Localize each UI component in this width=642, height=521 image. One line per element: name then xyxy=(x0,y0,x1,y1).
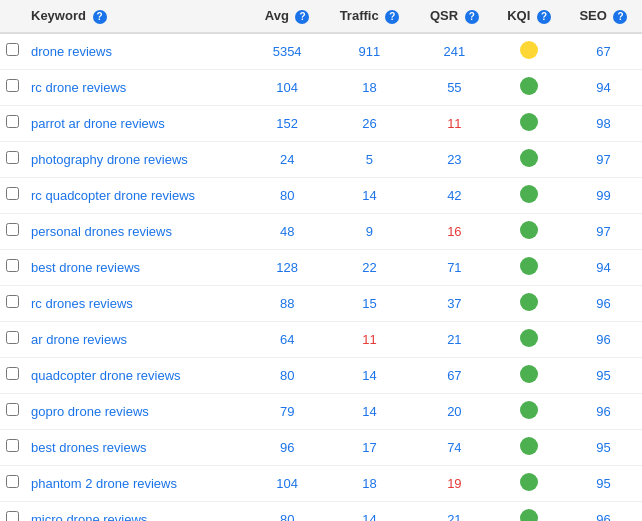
table-row: micro drone reviews80142196 xyxy=(0,501,642,521)
table-row: rc drones reviews88153796 xyxy=(0,285,642,321)
table-row: personal drones reviews4891697 xyxy=(0,213,642,249)
row-checkbox[interactable] xyxy=(6,295,19,308)
row-checkbox[interactable] xyxy=(6,79,19,92)
row-checkbox[interactable] xyxy=(6,115,19,128)
avg-cell: 64 xyxy=(251,321,324,357)
kqi-dot xyxy=(520,473,538,491)
qsr-cell: 23 xyxy=(415,141,493,177)
traffic-cell: 15 xyxy=(324,285,416,321)
avg-cell: 128 xyxy=(251,249,324,285)
traffic-cell: 14 xyxy=(324,393,416,429)
seo-cell: 95 xyxy=(565,465,642,501)
avg-cell: 80 xyxy=(251,501,324,521)
qsr-header-label: QSR xyxy=(430,8,458,23)
kqi-cell xyxy=(493,177,565,213)
qsr-cell: 21 xyxy=(415,501,493,521)
avg-cell: 88 xyxy=(251,285,324,321)
row-checkbox[interactable] xyxy=(6,187,19,200)
table-row: photography drone reviews2452397 xyxy=(0,141,642,177)
seo-cell: 67 xyxy=(565,33,642,70)
seo-cell: 97 xyxy=(565,141,642,177)
seo-cell: 94 xyxy=(565,69,642,105)
qsr-info-icon[interactable]: ? xyxy=(465,10,479,24)
kqi-cell xyxy=(493,465,565,501)
qsr-cell: 71 xyxy=(415,249,493,285)
traffic-header: Traffic ? xyxy=(324,0,416,33)
keyword-info-icon[interactable]: ? xyxy=(93,10,107,24)
kqi-cell xyxy=(493,105,565,141)
avg-cell: 48 xyxy=(251,213,324,249)
keyword-cell: rc drones reviews xyxy=(25,285,251,321)
row-checkbox[interactable] xyxy=(6,475,19,488)
seo-cell: 95 xyxy=(565,429,642,465)
kqi-cell xyxy=(493,285,565,321)
kqi-cell xyxy=(493,69,565,105)
qsr-cell: 11 xyxy=(415,105,493,141)
keyword-cell: ar drone reviews xyxy=(25,321,251,357)
keyword-cell: personal drones reviews xyxy=(25,213,251,249)
qsr-cell: 16 xyxy=(415,213,493,249)
traffic-header-label: Traffic xyxy=(340,8,379,23)
kqi-cell xyxy=(493,33,565,70)
table-row: quadcopter drone reviews80146795 xyxy=(0,357,642,393)
kqi-cell xyxy=(493,357,565,393)
kqi-header: KQI ? xyxy=(493,0,565,33)
row-checkbox[interactable] xyxy=(6,511,19,521)
row-checkbox[interactable] xyxy=(6,223,19,236)
kqi-info-icon[interactable]: ? xyxy=(537,10,551,24)
kqi-cell xyxy=(493,501,565,521)
qsr-cell: 74 xyxy=(415,429,493,465)
traffic-cell: 26 xyxy=(324,105,416,141)
traffic-cell: 18 xyxy=(324,69,416,105)
traffic-cell: 911 xyxy=(324,33,416,70)
keyword-cell: quadcopter drone reviews xyxy=(25,357,251,393)
avg-info-icon[interactable]: ? xyxy=(295,10,309,24)
avg-cell: 24 xyxy=(251,141,324,177)
kqi-dot xyxy=(520,257,538,275)
kqi-dot xyxy=(520,113,538,131)
keyword-header: Keyword ? xyxy=(25,0,251,33)
qsr-cell: 20 xyxy=(415,393,493,429)
kqi-cell xyxy=(493,213,565,249)
row-checkbox[interactable] xyxy=(6,403,19,416)
traffic-cell: 22 xyxy=(324,249,416,285)
keyword-cell: gopro drone reviews xyxy=(25,393,251,429)
seo-info-icon[interactable]: ? xyxy=(613,10,627,24)
table-row: phantom 2 drone reviews104181995 xyxy=(0,465,642,501)
seo-cell: 97 xyxy=(565,213,642,249)
traffic-cell: 11 xyxy=(324,321,416,357)
keyword-cell: micro drone reviews xyxy=(25,501,251,521)
traffic-info-icon[interactable]: ? xyxy=(385,10,399,24)
traffic-cell: 18 xyxy=(324,465,416,501)
table-row: best drones reviews96177495 xyxy=(0,429,642,465)
row-checkbox[interactable] xyxy=(6,439,19,452)
avg-cell: 104 xyxy=(251,69,324,105)
row-checkbox[interactable] xyxy=(6,367,19,380)
row-checkbox[interactable] xyxy=(6,331,19,344)
table-row: ar drone reviews64112196 xyxy=(0,321,642,357)
avg-cell: 152 xyxy=(251,105,324,141)
kqi-header-label: KQI xyxy=(507,8,530,23)
qsr-header: QSR ? xyxy=(415,0,493,33)
keyword-header-label: Keyword xyxy=(31,8,86,23)
avg-header: Avg ? xyxy=(251,0,324,33)
kqi-cell xyxy=(493,321,565,357)
keyword-cell: rc quadcopter drone reviews xyxy=(25,177,251,213)
qsr-cell: 241 xyxy=(415,33,493,70)
row-checkbox[interactable] xyxy=(6,259,19,272)
kqi-dot xyxy=(520,293,538,311)
seo-cell: 95 xyxy=(565,357,642,393)
keyword-cell: rc drone reviews xyxy=(25,69,251,105)
keyword-cell: photography drone reviews xyxy=(25,141,251,177)
row-checkbox[interactable] xyxy=(6,151,19,164)
kqi-dot xyxy=(520,149,538,167)
row-checkbox[interactable] xyxy=(6,43,19,56)
traffic-cell: 14 xyxy=(324,357,416,393)
traffic-cell: 17 xyxy=(324,429,416,465)
seo-header: SEO ? xyxy=(565,0,642,33)
table-row: rc drone reviews104185594 xyxy=(0,69,642,105)
keyword-cell: phantom 2 drone reviews xyxy=(25,465,251,501)
seo-cell: 99 xyxy=(565,177,642,213)
kqi-dot xyxy=(520,365,538,383)
kqi-dot xyxy=(520,77,538,95)
